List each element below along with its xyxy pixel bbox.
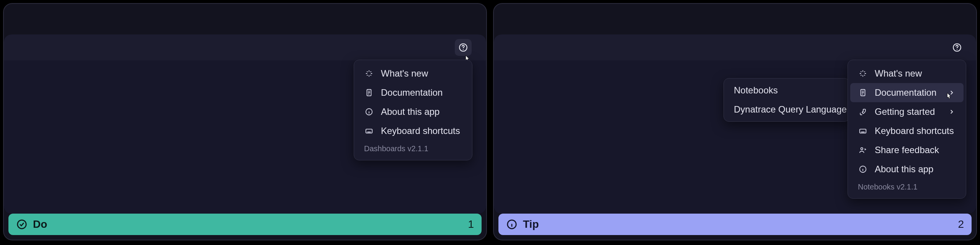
rocket-icon <box>858 107 868 117</box>
menu-item-whats-new[interactable]: What's new <box>848 64 966 83</box>
svg-rect-9 <box>860 129 866 133</box>
menu-item-label: Share feedback <box>875 145 939 155</box>
svg-point-10 <box>861 148 863 150</box>
menu-item-label: Getting started <box>875 106 935 117</box>
menu-item-about[interactable]: About this app <box>848 160 966 179</box>
panel-tip: Notebooks Dynatrace Query Language What'… <box>493 3 977 240</box>
menu-item-label: What's new <box>381 68 428 79</box>
submenu-item-label: Dynatrace Query Language <box>734 104 847 115</box>
menu-item-label: About this app <box>875 164 933 175</box>
menu-item-label: What's new <box>875 68 922 79</box>
menu-item-documentation[interactable]: Documentation <box>850 83 964 102</box>
menu-item-label: Documentation <box>875 87 936 98</box>
check-circle-icon <box>16 219 28 230</box>
panel-do: What's new Documentation About this app … <box>3 3 487 240</box>
svg-point-7 <box>957 49 957 50</box>
doc-icon <box>858 88 868 98</box>
svg-point-1 <box>463 49 464 50</box>
help-menu: What's new Documentation About this app … <box>354 60 472 160</box>
sparkle-icon <box>364 69 374 78</box>
submenu-item-notebooks[interactable]: Notebooks <box>724 81 849 100</box>
doc-icon <box>364 88 374 98</box>
chevron-right-icon <box>948 108 956 115</box>
menu-item-label: Keyboard shortcuts <box>381 126 460 136</box>
toolbar <box>949 37 965 58</box>
chevron-right-icon <box>948 89 956 96</box>
menu-item-label: Keyboard shortcuts <box>875 126 954 136</box>
status-number: 1 <box>468 218 474 230</box>
help-button[interactable] <box>949 39 965 56</box>
sparkle-icon <box>858 69 868 78</box>
info-circle-icon <box>506 219 518 230</box>
help-icon <box>458 42 468 52</box>
help-button[interactable] <box>455 39 472 56</box>
menu-item-keyboard-shortcuts[interactable]: Keyboard shortcuts <box>848 121 966 140</box>
menu-footer-version: Dashboards v2.1.1 <box>354 140 472 155</box>
status-bar-do: Do 1 <box>8 214 482 235</box>
menu-item-share-feedback[interactable]: Share feedback <box>848 140 966 160</box>
menu-footer-version: Notebooks v2.1.1 <box>848 179 966 193</box>
menu-item-label: About this app <box>381 106 439 117</box>
status-label: Tip <box>523 218 539 230</box>
submenu-item-label: Notebooks <box>734 85 778 96</box>
info-icon <box>858 164 868 174</box>
keyboard-icon <box>364 126 374 136</box>
toolbar <box>455 37 472 58</box>
menu-item-keyboard-shortcuts[interactable]: Keyboard shortcuts <box>354 121 472 140</box>
menu-item-getting-started[interactable]: Getting started <box>848 102 966 121</box>
status-label: Do <box>33 218 47 230</box>
status-number: 2 <box>958 218 964 230</box>
status-bar-tip: Tip 2 <box>498 214 972 235</box>
svg-point-5 <box>18 220 26 229</box>
menu-item-documentation[interactable]: Documentation <box>354 83 472 102</box>
feedback-icon <box>858 145 868 155</box>
menu-item-about[interactable]: About this app <box>354 102 472 121</box>
menu-item-whats-new[interactable]: What's new <box>354 64 472 83</box>
help-menu: What's new Documentation Getting started… <box>848 60 966 199</box>
svg-rect-4 <box>366 129 372 133</box>
info-icon <box>364 107 374 117</box>
help-icon <box>952 42 962 52</box>
keyboard-icon <box>858 126 868 136</box>
documentation-submenu: Notebooks Dynatrace Query Language <box>724 78 850 122</box>
submenu-item-dql[interactable]: Dynatrace Query Language <box>724 100 849 119</box>
menu-item-label: Documentation <box>381 87 443 98</box>
